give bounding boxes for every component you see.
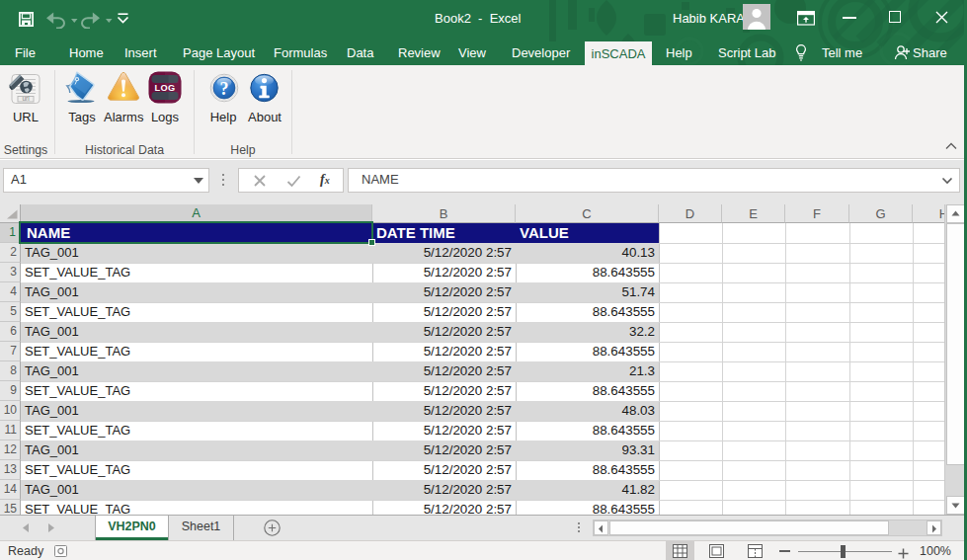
svg-text:?: ? — [220, 79, 229, 99]
svg-text:LOG: LOG — [154, 83, 175, 93]
svg-text:url: url — [22, 95, 30, 102]
